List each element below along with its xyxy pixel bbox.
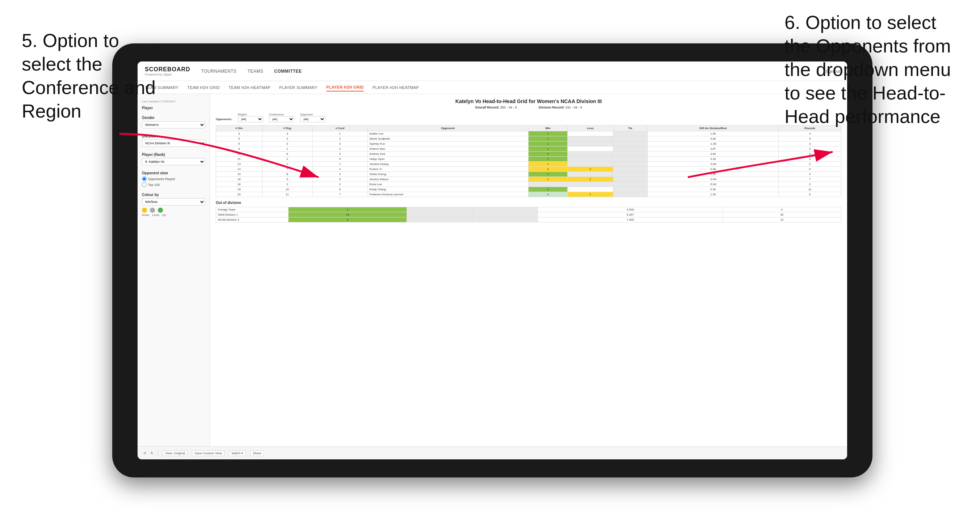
- view-original-btn[interactable]: View: Original: [162, 450, 188, 456]
- opponent-view-label: Opponent view: [142, 171, 205, 175]
- tab-player-h2h-heatmap[interactable]: PLAYER H2H HEATMAP: [372, 84, 419, 91]
- filter-row: Opponents: Region (All) Conference (All): [216, 113, 842, 122]
- conference-filter: Conference (All): [269, 113, 294, 122]
- data-area: Katelyn Vo Head-to-Head Grid for Women's…: [210, 94, 847, 446]
- table-header-row: # Div # Reg # Conf Opponent Win Loss Tie…: [216, 125, 842, 131]
- annotation-left: 5. Option to select the Conference and R…: [22, 29, 159, 123]
- conference-select[interactable]: (All): [269, 116, 294, 122]
- th-diff: Diff Av Strokes/Rnd: [647, 125, 778, 131]
- colour-labels: Down Level Up: [142, 213, 205, 217]
- tab-player-h2h-grid[interactable]: PLAYER H2H GRID: [326, 84, 364, 92]
- top-nav-links: TOURNAMENTS TEAMS COMMITTEE: [201, 67, 826, 75]
- table-row: 5 2 2 Alexis Sudjianto 1 4.00 3: [216, 137, 842, 141]
- region-label: Region: [238, 113, 263, 116]
- dot-down: [142, 208, 147, 213]
- table-row: 18 2 2 Euna Lee -5.00 2: [216, 182, 842, 187]
- nav-committee[interactable]: COMMITTEE: [274, 67, 302, 75]
- opponent-filter: Opponent (All): [300, 113, 325, 122]
- top-nav: SCOREBOARD Powered by clippd TOURNAMENTS…: [138, 62, 847, 81]
- overall-record: Overall Record: 353 - 34 - 6: [475, 106, 517, 109]
- ood-table-row: Foreign Team 1 4.500 2: [216, 207, 842, 212]
- th-conf: # Conf: [312, 125, 368, 131]
- colour-dots: [142, 208, 205, 213]
- th-loss: Loss: [568, 125, 613, 131]
- table-row: 13 1 1 Jessica Huang 1 -3.00 2: [216, 162, 842, 167]
- table-row: 11 2 5 Heejo Hyun 1 3.33 3: [216, 157, 842, 162]
- nav-teams[interactable]: TEAMS: [248, 67, 264, 75]
- left-panel: Last Updated: 27/03/2024 Player Gender W…: [138, 94, 210, 446]
- watch-btn[interactable]: Watch ▾: [229, 450, 246, 456]
- region-filter: Region (All): [238, 113, 263, 122]
- table-row: 20 11 7 Federica Domecq Lacroze 2 1 1.33…: [216, 192, 842, 197]
- toolbar-divider-1: [158, 449, 158, 457]
- tablet-screen: SCOREBOARD Powered by clippd TOURNAMENTS…: [138, 62, 847, 459]
- player-rank-select[interactable]: 8. Katelyn Vo: [142, 158, 205, 165]
- division-record: Division Record: 331 - 34 - 6: [539, 106, 582, 109]
- opponents-label: Opponents:: [216, 117, 232, 121]
- out-of-division-table: Foreign Team 1 4.500 2 NAIA Division 1 1…: [216, 207, 842, 222]
- tab-team-h2h-heatmap[interactable]: TEAM H2H HEATMAP: [228, 84, 270, 91]
- main-table: # Div # Reg # Conf Opponent Win Loss Tie…: [216, 125, 842, 197]
- player-rank-label: Player (Rank): [142, 152, 205, 157]
- records-row: Overall Record: 353 - 34 - 6 Division Re…: [216, 106, 842, 109]
- filter-section: Opponents: Region (All) Conference (All): [216, 113, 842, 122]
- nav-tournaments[interactable]: TOURNAMENTS: [201, 67, 237, 75]
- dot-up: [158, 208, 163, 213]
- ood-table-row: NAIA Division 1 15 9.267 30: [216, 212, 842, 217]
- colour-by-select[interactable]: Win/loss: [142, 198, 205, 205]
- player-rank-section: Player (Rank) 8. Katelyn Vo: [142, 152, 205, 165]
- division-select[interactable]: NCAA Division III: [142, 140, 205, 147]
- radio-group: Opponents Played Top 100: [142, 176, 205, 187]
- tablet-device: SCOREBOARD Powered by clippd TOURNAMENTS…: [112, 43, 872, 478]
- opponent-label: Opponent: [300, 113, 325, 116]
- table-row: 15 8 5 Stella Cheng 1 1.25 4: [216, 172, 842, 177]
- table-row: 6 3 3 Sydney Kuo 1 -1.00 3: [216, 141, 842, 146]
- th-opponent: Opponent: [368, 125, 528, 131]
- opponent-select[interactable]: (All): [300, 116, 325, 122]
- ood-table-row: NCAA Division 2 5 7.400 10: [216, 217, 842, 222]
- share-btn[interactable]: Share: [250, 450, 264, 456]
- toolbar: ↺ ↻ View: Original Save Custom View Watc…: [138, 446, 847, 459]
- main-content: Last Updated: 27/03/2024 Player Gender W…: [138, 94, 847, 446]
- opponent-view-section: Opponent view Opponents Played Top 100: [142, 171, 205, 187]
- colour-by-label: Colour by: [142, 193, 205, 197]
- out-of-division-title: Out of division: [216, 201, 842, 205]
- radio-opponents-played[interactable]: Opponents Played: [142, 176, 205, 181]
- division-section: Division NCAA Division III: [142, 134, 205, 147]
- conference-label: Conference: [269, 113, 294, 116]
- division-label: Division: [142, 134, 205, 138]
- table-row: 9 1 4 Sharon Mun 1 3.67 3: [216, 146, 842, 152]
- table-row: 16 3 6 Jessica Mason 1 2 -0.94 7: [216, 177, 842, 182]
- table-row: 19 10 6 Emily Chang 4 0.30 11: [216, 187, 842, 192]
- table-row: 10 6 3 Andrea York 2 4.00 4: [216, 152, 842, 157]
- undo-btn[interactable]: ↺: [143, 451, 146, 455]
- table-row: 14 7 4 Eunice Yi 2 2 0.38 9: [216, 167, 842, 172]
- tab-team-h2h-grid[interactable]: TEAM H2H GRID: [187, 84, 220, 91]
- dot-level: [150, 208, 155, 213]
- region-select[interactable]: (All): [238, 116, 263, 122]
- annotation-right: 6. Option to select the Opponents from t…: [784, 11, 958, 129]
- th-reg: # Reg: [262, 125, 312, 131]
- th-tie: Tie: [613, 125, 647, 131]
- tab-player-summary[interactable]: PLAYER SUMMARY: [279, 84, 318, 91]
- data-title: Katelyn Vo Head-to-Head Grid for Women's…: [216, 98, 842, 104]
- colour-by-section: Colour by Win/loss Down Level Up: [142, 193, 205, 217]
- table-row: 3 3 1 Esther Lee 1 1.50 4: [216, 131, 842, 137]
- th-div: # Div: [216, 125, 262, 131]
- th-win: Win: [528, 125, 567, 131]
- save-custom-btn[interactable]: Save Custom View: [192, 450, 224, 456]
- sub-nav: TEAM SUMMARY TEAM H2H GRID TEAM H2H HEAT…: [138, 81, 847, 94]
- radio-top100[interactable]: Top 100: [142, 182, 205, 187]
- redo-btn[interactable]: ↻: [151, 451, 153, 455]
